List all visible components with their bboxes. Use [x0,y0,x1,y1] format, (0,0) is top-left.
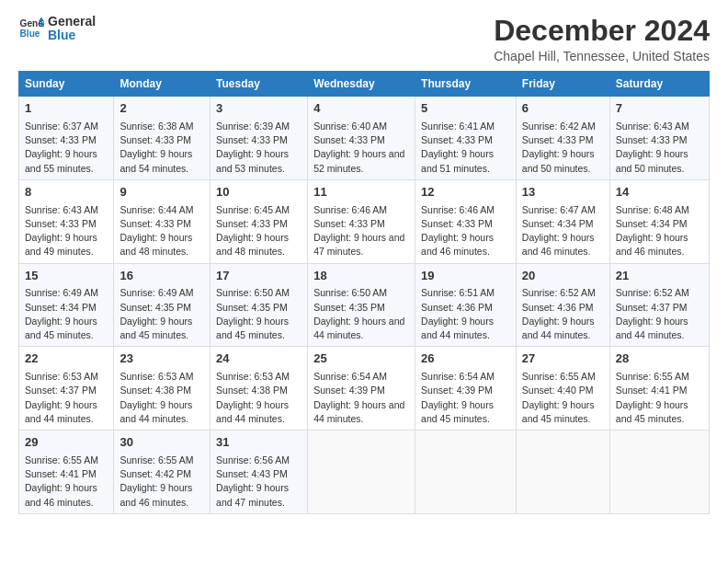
daylight-label: Daylight: 9 hours and 46 minutes. [522,232,595,257]
day-number: 3 [216,100,301,118]
day-cell: 17Sunrise: 6:50 AMSunset: 4:35 PMDayligh… [210,263,308,347]
logo: General Blue General Blue [18,15,96,43]
day-cell [516,431,609,514]
sunset-label: Sunset: 4:39 PM [421,385,493,396]
calendar-table: SundayMondayTuesdayWednesdayThursdayFrid… [18,71,710,514]
day-cell: 25Sunrise: 6:54 AMSunset: 4:39 PMDayligh… [308,347,415,431]
day-cell: 1Sunrise: 6:37 AMSunset: 4:33 PMDaylight… [19,97,114,180]
sunrise-label: Sunrise: 6:49 AM [25,287,98,298]
daylight-label: Daylight: 9 hours and 46 minutes. [119,482,192,507]
daylight-label: Daylight: 9 hours and 49 minutes. [25,232,97,257]
sunrise-label: Sunrise: 6:53 AM [25,371,98,382]
daylight-label: Daylight: 9 hours and 46 minutes. [25,482,97,507]
sunset-label: Sunset: 4:36 PM [421,302,493,313]
day-number: 13 [522,184,604,201]
day-cell: 15Sunrise: 6:49 AMSunset: 4:34 PMDayligh… [19,263,114,347]
daylight-label: Daylight: 9 hours and 45 minutes. [216,316,289,340]
sunset-label: Sunset: 4:33 PM [313,218,385,229]
sunrise-label: Sunrise: 6:46 AM [421,204,495,215]
sunset-label: Sunset: 4:34 PM [522,218,594,229]
day-number: 8 [25,184,108,201]
day-number: 2 [119,100,204,118]
sunset-label: Sunset: 4:40 PM [522,385,594,396]
col-header-wednesday: Wednesday [308,72,415,97]
sunset-label: Sunset: 4:35 PM [216,302,288,313]
sunrise-label: Sunrise: 6:50 AM [313,287,387,298]
day-number: 15 [25,268,108,285]
sunset-label: Sunset: 4:33 PM [421,218,493,229]
sunset-label: Sunset: 4:34 PM [25,302,97,313]
sunrise-label: Sunrise: 6:44 AM [119,204,193,215]
sunrise-label: Sunrise: 6:40 AM [313,121,387,132]
week-row-4: 22Sunrise: 6:53 AMSunset: 4:37 PMDayligh… [19,347,710,431]
daylight-label: Daylight: 9 hours and 47 minutes. [313,232,404,257]
sunset-label: Sunset: 4:33 PM [25,134,97,145]
sunset-label: Sunset: 4:39 PM [313,385,385,396]
sunset-label: Sunset: 4:36 PM [522,302,594,313]
sunrise-label: Sunrise: 6:56 AM [216,454,290,465]
week-row-5: 29Sunrise: 6:55 AMSunset: 4:41 PMDayligh… [19,431,710,514]
day-cell: 9Sunrise: 6:44 AMSunset: 4:33 PMDaylight… [114,179,210,263]
day-number: 23 [119,350,204,368]
day-number: 31 [216,434,301,452]
daylight-label: Daylight: 9 hours and 48 minutes. [119,232,192,257]
sunset-label: Sunset: 4:34 PM [616,218,688,229]
day-cell: 8Sunrise: 6:43 AMSunset: 4:33 PMDaylight… [19,179,114,263]
day-cell: 14Sunrise: 6:48 AMSunset: 4:34 PMDayligh… [609,179,709,263]
week-row-3: 15Sunrise: 6:49 AMSunset: 4:34 PMDayligh… [19,263,710,347]
daylight-label: Daylight: 9 hours and 44 minutes. [522,316,595,340]
day-number: 10 [216,184,301,201]
week-row-2: 8Sunrise: 6:43 AMSunset: 4:33 PMDaylight… [19,179,710,263]
daylight-label: Daylight: 9 hours and 47 minutes. [216,482,289,507]
day-number: 17 [216,268,301,285]
sunset-label: Sunset: 4:43 PM [216,468,288,479]
sunset-label: Sunset: 4:37 PM [25,385,97,396]
logo-line1: General [48,15,96,29]
sunrise-label: Sunrise: 6:45 AM [216,204,290,215]
day-number: 21 [616,268,703,285]
day-cell: 5Sunrise: 6:41 AMSunset: 4:33 PMDaylight… [415,97,517,180]
daylight-label: Daylight: 9 hours and 46 minutes. [616,232,688,257]
sunrise-label: Sunrise: 6:43 AM [25,204,98,215]
day-cell: 24Sunrise: 6:53 AMSunset: 4:38 PMDayligh… [210,347,308,431]
daylight-label: Daylight: 9 hours and 52 minutes. [313,148,404,173]
day-number: 24 [216,350,301,368]
day-number: 28 [616,350,703,368]
daylight-label: Daylight: 9 hours and 44 minutes. [119,399,192,424]
col-header-monday: Monday [114,72,210,97]
daylight-label: Daylight: 9 hours and 44 minutes. [25,399,97,424]
day-number: 12 [421,184,510,201]
sunset-label: Sunset: 4:38 PM [216,385,288,396]
sunrise-label: Sunrise: 6:52 AM [616,287,689,298]
sunset-label: Sunset: 4:33 PM [421,134,493,145]
title-block: December 2024 Chapel Hill, Tennessee, Un… [494,15,710,63]
col-header-friday: Friday [516,72,609,97]
sunset-label: Sunset: 4:33 PM [119,218,191,229]
day-number: 30 [119,434,204,452]
col-header-sunday: Sunday [19,72,114,97]
day-cell: 30Sunrise: 6:55 AMSunset: 4:42 PMDayligh… [114,431,210,514]
sunrise-label: Sunrise: 6:43 AM [616,121,689,132]
col-header-thursday: Thursday [415,72,517,97]
day-cell: 23Sunrise: 6:53 AMSunset: 4:38 PMDayligh… [114,347,210,431]
day-cell [308,431,415,514]
daylight-label: Daylight: 9 hours and 51 minutes. [421,148,494,173]
day-number: 18 [313,268,409,285]
daylight-label: Daylight: 9 hours and 45 minutes. [616,399,688,424]
sunset-label: Sunset: 4:33 PM [25,218,97,229]
day-cell: 19Sunrise: 6:51 AMSunset: 4:36 PMDayligh… [415,263,517,347]
sunset-label: Sunset: 4:33 PM [313,134,385,145]
day-number: 22 [25,350,108,368]
sunset-label: Sunset: 4:42 PM [119,468,191,479]
daylight-label: Daylight: 9 hours and 53 minutes. [216,148,289,173]
header-row: SundayMondayTuesdayWednesdayThursdayFrid… [19,72,710,97]
header: General Blue General Blue December 2024 … [18,15,710,63]
day-number: 4 [313,100,409,118]
daylight-label: Daylight: 9 hours and 46 minutes. [421,232,494,257]
day-cell: 21Sunrise: 6:52 AMSunset: 4:37 PMDayligh… [609,263,709,347]
day-cell: 29Sunrise: 6:55 AMSunset: 4:41 PMDayligh… [19,431,114,514]
day-number: 26 [421,350,510,368]
day-cell: 26Sunrise: 6:54 AMSunset: 4:39 PMDayligh… [415,347,517,431]
day-number: 27 [522,350,604,368]
daylight-label: Daylight: 9 hours and 44 minutes. [216,399,289,424]
